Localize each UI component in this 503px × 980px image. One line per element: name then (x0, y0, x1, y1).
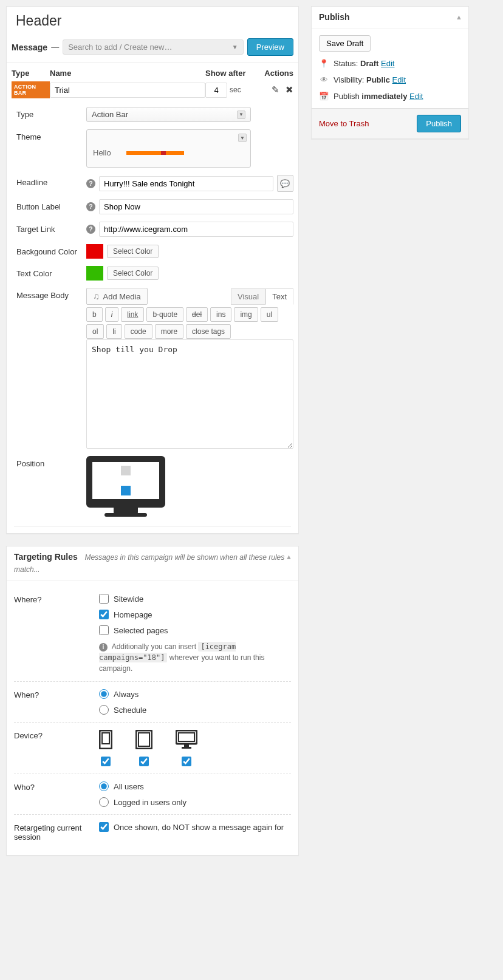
text-color-swatch[interactable] (86, 266, 103, 281)
ed-bquote-button[interactable]: b-quote (146, 307, 183, 322)
publish-button[interactable]: Publish (417, 115, 461, 132)
device-label: Device? (14, 730, 99, 766)
svg-rect-3 (139, 733, 149, 746)
message-search-dropdown[interactable]: Search to add / Create new… ▼ (63, 39, 244, 55)
button-label-input[interactable] (99, 199, 293, 214)
delete-icon[interactable]: ✖ (286, 84, 293, 95)
ed-img-button[interactable]: img (234, 307, 258, 322)
theme-preview-bar (126, 151, 184, 155)
sitewide-checkbox[interactable] (99, 594, 109, 604)
ed-ins-button[interactable]: ins (210, 307, 231, 322)
help-icon[interactable]: ? (86, 225, 95, 234)
edit-visibility-link[interactable]: Edit (392, 75, 406, 84)
position-top[interactable] (121, 466, 131, 475)
target-link-row: Target Link ? (7, 218, 298, 240)
desktop-checkbox[interactable] (182, 757, 191, 766)
ed-italic-button[interactable]: i (105, 307, 119, 322)
opt-sitewide[interactable]: Sitewide (99, 594, 291, 604)
selected-pages-checkbox[interactable] (99, 625, 109, 635)
media-icon: ♫ (93, 291, 100, 301)
bg-color-swatch[interactable] (86, 244, 103, 259)
ed-bold-button[interactable]: b (86, 307, 103, 322)
editor-toolbar: b i link b-quote del ins img ul ol li co… (86, 307, 293, 339)
tab-text[interactable]: Text (265, 288, 293, 305)
ed-code-button[interactable]: code (125, 324, 152, 339)
when-label: When? (14, 689, 99, 715)
targeting-title: Targeting Rules (14, 552, 78, 562)
desktop-icon (176, 730, 197, 749)
save-draft-button[interactable]: Save Draft (319, 35, 371, 52)
dash-separator: — (51, 43, 59, 52)
text-select-color-button[interactable]: Select Color (107, 267, 159, 280)
button-label-row: Button Label ? (7, 196, 298, 218)
ed-del-button[interactable]: del (186, 307, 208, 322)
collapse-icon[interactable]: ▲ (286, 553, 292, 562)
chevron-down-icon: ▼ (232, 44, 238, 50)
ed-li-button[interactable]: li (106, 324, 121, 339)
opt-always[interactable]: Always (99, 689, 291, 699)
page-title: Header (7, 7, 298, 32)
message-body-textarea[interactable] (86, 339, 293, 449)
where-row: Where? Sitewide Homepage Selected pages … (14, 587, 291, 682)
opt-schedule[interactable]: Schedule (99, 705, 291, 715)
ed-closetags-button[interactable]: close tags (186, 324, 231, 339)
svg-rect-5 (179, 733, 194, 741)
all-users-radio[interactable] (99, 781, 109, 791)
add-media-label: Add Media (103, 292, 141, 301)
theme-value: Hello (93, 148, 111, 157)
message-body-label: Message Body (16, 288, 86, 300)
edit-icon[interactable]: ✎ (272, 84, 279, 95)
opt-all-users[interactable]: All users (99, 781, 291, 791)
chevron-down-icon: ▼ (237, 111, 245, 119)
preview-button[interactable]: Preview (247, 38, 293, 56)
opt-selected-pages[interactable]: Selected pages (99, 625, 291, 635)
bg-select-color-button[interactable]: Select Color (107, 245, 159, 258)
schedule-radio[interactable] (99, 705, 109, 715)
separator (14, 526, 291, 527)
add-media-button[interactable]: ♫ Add Media (86, 288, 148, 305)
opt-retarget[interactable]: Once shown, do NOT show a message again … (99, 822, 291, 832)
help-icon[interactable]: ? (86, 179, 95, 188)
device-row: Device? (14, 723, 291, 774)
when-row: When? Always Schedule (14, 682, 291, 723)
edit-status-link[interactable]: Edit (381, 59, 394, 68)
help-icon[interactable]: ? (86, 202, 95, 211)
retarget-checkbox[interactable] (99, 822, 109, 832)
ed-more-button[interactable]: more (155, 324, 183, 339)
collapse-icon[interactable]: ▲ (456, 13, 462, 22)
edit-publish-link[interactable]: Edit (409, 92, 423, 101)
ed-ul-button[interactable]: ul (261, 307, 278, 322)
theme-select[interactable]: ▼ Hello (86, 129, 251, 168)
homepage-checkbox[interactable] (99, 610, 109, 619)
target-link-label: Target Link (16, 222, 86, 237)
targeting-box: Targeting Rules Messages in this campaig… (6, 546, 299, 856)
message-body-row: Message Body ♫ Add Media Visual Text b (7, 284, 298, 452)
always-radio[interactable] (99, 689, 109, 699)
text-color-row: Text Color Select Color (7, 262, 298, 284)
target-link-input[interactable] (99, 222, 293, 237)
show-after-input[interactable] (205, 83, 227, 98)
ed-link-button[interactable]: link (121, 307, 144, 322)
move-to-trash-link[interactable]: Move to Trash (319, 119, 369, 128)
theme-row: Theme ▼ Hello (7, 126, 298, 171)
type-select[interactable]: Action Bar ▼ (86, 107, 251, 122)
tablet-checkbox[interactable] (139, 757, 149, 766)
mobile-checkbox[interactable] (101, 757, 111, 766)
bg-color-label: Backgound Color (16, 244, 86, 259)
headline-input[interactable] (99, 176, 273, 191)
ed-ol-button[interactable]: ol (86, 324, 104, 339)
type-select-value: Action Bar (92, 110, 128, 119)
tab-visual[interactable]: Visual (231, 288, 265, 305)
opt-logged-in[interactable]: Logged in users only (99, 797, 291, 807)
opt-homepage[interactable]: Homepage (99, 610, 291, 619)
headline-label: Headline (16, 175, 86, 192)
position-bottom[interactable] (121, 486, 131, 495)
logged-in-radio[interactable] (99, 797, 109, 807)
name-input[interactable] (50, 83, 205, 98)
device-desktop (176, 730, 197, 766)
speech-bubble-button[interactable]: 💬 (277, 175, 293, 192)
who-label: Who? (14, 781, 99, 807)
position-row: Position (7, 452, 298, 520)
position-selector[interactable] (86, 456, 165, 517)
svg-rect-7 (182, 747, 191, 749)
